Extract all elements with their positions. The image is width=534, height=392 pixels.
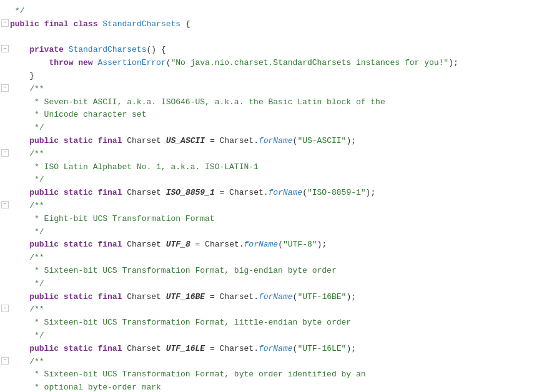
fold-gutter-7[interactable]: − (0, 83, 10, 92)
line-content-12: /** (10, 148, 529, 161)
line-30: * optional byte-order mark (0, 381, 534, 392)
line-7: − /** (0, 83, 534, 96)
line-23: public static final Charset UTF_16BE = C… (0, 291, 534, 304)
line-6: } (0, 70, 534, 83)
line-content-25: * Sixteen-bit UCS Transformation Format,… (10, 316, 529, 330)
line-content-22: */ (10, 278, 529, 291)
line-10: */ (0, 122, 534, 135)
line-content-4: private StandardCharsets() { (10, 44, 529, 57)
fold-gutter-13 (0, 161, 10, 162)
fold-gutter-18 (0, 226, 10, 227)
fold-gutter-23 (0, 291, 10, 292)
fold-gutter-10 (0, 122, 10, 123)
line-content-8: * Seven-bit ASCII, a.k.a. ISO646-US, a.k… (10, 96, 529, 109)
line-content-7: /** (10, 83, 529, 96)
line-26: */ (0, 330, 534, 343)
line-28: − /** (0, 356, 534, 369)
fold-gutter-26 (0, 330, 10, 331)
line-25: * Sixteen-bit UCS Transformation Format,… (0, 316, 534, 330)
fold-gutter-14 (0, 174, 10, 175)
code-editor: */ − public final class StandardCharsets… (0, 0, 534, 392)
line-content-19: public static final Charset UTF_8 = Char… (10, 238, 529, 252)
line-5: throw new AssertionError("No java.nio.ch… (0, 57, 534, 70)
line-content-24: /** (10, 303, 529, 316)
fold-gutter-3 (0, 31, 10, 32)
line-content-26: */ (10, 330, 529, 343)
fold-gutter-12[interactable]: − (0, 148, 10, 157)
fold-gutter-19 (0, 238, 10, 240)
fold-gutter-1 (0, 5, 10, 6)
line-content-28: /** (10, 356, 529, 369)
line-content-3 (10, 31, 529, 44)
line-16: − /** (0, 200, 534, 213)
line-content-14: */ (10, 174, 529, 187)
line-content-27: public static final Charset UTF_16LE = C… (10, 343, 529, 356)
line-8: * Seven-bit ASCII, a.k.a. ISO646-US, a.k… (0, 96, 534, 109)
line-3 (0, 31, 534, 44)
fold-gutter-30 (0, 381, 10, 383)
line-content-11: public static final Charset US_ASCII = C… (10, 135, 529, 148)
fold-gutter-15 (0, 187, 10, 188)
line-14: */ (0, 174, 534, 187)
line-11: public static final Charset US_ASCII = C… (0, 135, 534, 148)
fold-gutter-2[interactable]: − (0, 18, 10, 27)
line-content-15: public static final Charset ISO_8859_1 =… (10, 187, 529, 200)
fold-gutter-5 (0, 57, 10, 58)
fold-gutter-25 (0, 316, 10, 318)
line-15: public static final Charset ISO_8859_1 =… (0, 187, 534, 200)
line-1: */ (0, 5, 534, 18)
fold-gutter-8 (0, 96, 10, 97)
fold-gutter-11 (0, 135, 10, 136)
line-content-13: * ISO Latin Alphabet No. 1, a.k.a. ISO-L… (10, 161, 529, 174)
fold-gutter-29 (0, 368, 10, 370)
fold-gutter-4[interactable]: − (0, 44, 10, 52)
fold-gutter-9 (0, 109, 10, 110)
fold-gutter-6 (0, 70, 10, 71)
fold-gutter-28[interactable]: − (0, 356, 10, 365)
line-content-30: * optional byte-order mark (10, 381, 529, 392)
line-19: public static final Charset UTF_8 = Char… (0, 238, 534, 252)
line-content-16: /** (10, 200, 529, 213)
line-18: */ (0, 226, 534, 239)
line-29: * Sixteen-bit UCS Transformation Format,… (0, 368, 534, 381)
line-27: public static final Charset UTF_16LE = C… (0, 343, 534, 356)
line-content-23: public static final Charset UTF_16BE = C… (10, 291, 529, 304)
line-content-17: * Eight-bit UCS Transformation Format (10, 213, 529, 226)
fold-gutter-22 (0, 278, 10, 279)
line-content-18: */ (10, 226, 529, 239)
line-content-10: */ (10, 122, 529, 135)
line-13: * ISO Latin Alphabet No. 1, a.k.a. ISO-L… (0, 161, 534, 174)
line-content-9: * Unicode character set (10, 109, 529, 122)
line-4: − private StandardCharsets() { (0, 44, 534, 57)
fold-gutter-21 (0, 265, 10, 266)
fold-gutter-24[interactable]: − (0, 303, 10, 312)
line-content-1: */ (10, 5, 529, 18)
fold-gutter-27 (0, 343, 10, 344)
line-2: − public final class StandardCharsets { (0, 18, 534, 31)
line-content-2: public final class StandardCharsets { (10, 18, 529, 31)
line-content-5: throw new AssertionError("No java.nio.ch… (10, 57, 529, 70)
fold-gutter-20 (0, 252, 10, 253)
line-22: */ (0, 278, 534, 291)
line-12: − /** (0, 148, 534, 161)
line-9: * Unicode character set (0, 109, 534, 122)
line-24: − /** (0, 303, 534, 316)
line-content-29: * Sixteen-bit UCS Transformation Format,… (10, 368, 529, 381)
fold-gutter-16[interactable]: − (0, 200, 10, 208)
line-content-20: /** (10, 252, 529, 265)
line-21: * Sixteen-bit UCS Transformation Format,… (0, 265, 534, 278)
line-20: /** (0, 252, 534, 265)
fold-gutter-17 (0, 213, 10, 214)
line-content-21: * Sixteen-bit UCS Transformation Format,… (10, 265, 529, 278)
line-content-6: } (10, 70, 529, 83)
line-17: * Eight-bit UCS Transformation Format (0, 213, 534, 226)
